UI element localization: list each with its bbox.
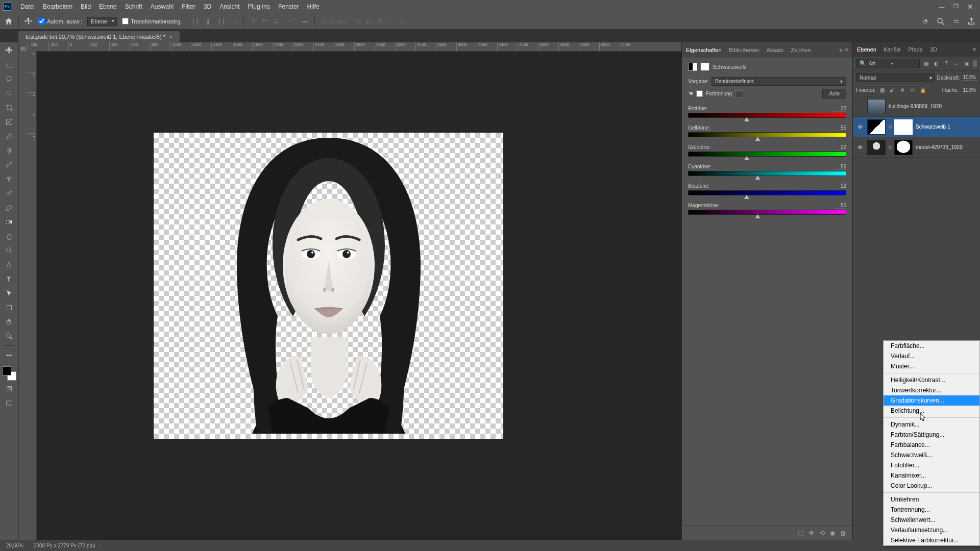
tint-swatch[interactable] xyxy=(735,90,743,97)
slider-value[interactable]: 55 xyxy=(834,203,846,209)
cloud-docs-icon[interactable]: ◔ xyxy=(921,17,930,26)
slider-track[interactable] xyxy=(688,190,846,195)
ctx-item[interactable]: Belichtung... xyxy=(884,406,979,416)
lock-pixels-icon[interactable]: 🖌 xyxy=(889,87,896,94)
layer-row[interactable]: 👁 ⎘ Schwarzweiß 1 xyxy=(853,117,980,137)
ctx-item[interactable]: Tonwertkorrektur... xyxy=(884,385,979,395)
slider-thumb[interactable] xyxy=(744,156,749,160)
layer-filter-dropdown[interactable]: 🔍 ▾ xyxy=(856,59,920,68)
slider-value[interactable]: 56 xyxy=(834,164,846,170)
distribute-h-icon[interactable]: ⋮⋮ xyxy=(229,17,238,26)
filter-pixel-icon[interactable]: ▦ xyxy=(922,60,930,68)
tab-libraries[interactable]: Bibliotheken xyxy=(729,44,760,56)
lock-transparency-icon[interactable]: ▦ xyxy=(878,87,886,94)
transform-controls-checkbox[interactable]: Transformationsstrg. xyxy=(122,18,182,24)
menu-schrift[interactable]: Schrift xyxy=(121,1,146,12)
align-middle-icon[interactable]: ⊢ xyxy=(260,17,270,26)
reset-icon[interactable]: ⟲ xyxy=(820,530,825,537)
clone-stamp-tool[interactable] xyxy=(2,173,16,185)
slider-track[interactable] xyxy=(688,113,846,118)
ctx-item[interactable]: Farbton/Sättigung... xyxy=(884,430,979,440)
menu-ebene[interactable]: Ebene xyxy=(95,1,121,12)
quick-mask-icon[interactable] xyxy=(2,383,16,395)
layer-mask[interactable] xyxy=(894,140,913,155)
hand-tool[interactable] xyxy=(2,316,16,328)
layer-name[interactable]: Schwarzweiß 1 xyxy=(916,124,950,130)
quick-select-tool[interactable] xyxy=(2,87,16,99)
adjustment-layer-menu[interactable]: Farbfläche...Verlauf...Muster...Helligke… xyxy=(883,340,980,546)
eyedropper-tool[interactable] xyxy=(2,130,16,142)
doc-info-chevron[interactable]: 〉 xyxy=(100,543,104,548)
menu-hilfe[interactable]: Hilfe xyxy=(303,1,324,12)
screen-mode-icon[interactable] xyxy=(2,397,16,409)
slider-track[interactable] xyxy=(688,152,846,157)
history-brush-tool[interactable] xyxy=(2,187,16,199)
slider-thumb[interactable] xyxy=(755,214,761,218)
tint-checkbox[interactable] xyxy=(696,90,703,97)
ctx-item[interactable]: Farbfläche... xyxy=(884,341,979,351)
window-minimize[interactable]: — xyxy=(935,2,948,12)
layer-row[interactable]: buildings-936589_1920 xyxy=(853,96,980,117)
tab-paragraph[interactable]: Absatz xyxy=(767,44,784,56)
eraser-tool[interactable] xyxy=(2,202,16,214)
align-left-icon[interactable]: ▏▏ xyxy=(192,17,202,26)
document-canvas[interactable] xyxy=(154,133,503,439)
distribute-v-icon[interactable]: ⋯ xyxy=(286,17,295,26)
slider-value[interactable]: 22 xyxy=(834,106,846,112)
lock-position-icon[interactable]: ✥ xyxy=(899,87,906,94)
visibility-toggle[interactable]: 👁 xyxy=(856,144,864,151)
share-icon[interactable] xyxy=(967,17,976,26)
slider-track[interactable] xyxy=(688,171,846,176)
move-tool[interactable] xyxy=(2,44,16,57)
align-top-icon[interactable]: ⊤ xyxy=(249,17,258,26)
foreground-color[interactable] xyxy=(2,366,11,375)
ctx-item[interactable]: Selektive Farbkorrektur... xyxy=(884,535,979,545)
layer-filter-input[interactable] xyxy=(869,61,889,66)
tab-layers[interactable]: Ebenen xyxy=(857,46,876,53)
menu-bearbeiten[interactable]: Bearbeiten xyxy=(39,1,77,12)
filter-toggle[interactable] xyxy=(973,60,977,67)
visibility-toggle[interactable]: 👁 xyxy=(856,124,864,130)
tab-properties[interactable]: Eigenschaften xyxy=(686,44,722,56)
ctx-item[interactable]: Tontrennung... xyxy=(884,505,979,515)
filter-shape-icon[interactable]: ▱ xyxy=(952,60,961,68)
search-icon[interactable] xyxy=(936,17,945,26)
slider-value[interactable]: 22 xyxy=(834,183,846,189)
align-right-icon[interactable]: ▕▕ xyxy=(215,17,224,26)
slider-value[interactable]: 55 xyxy=(834,125,846,131)
lock-artboard-icon[interactable]: ▭ xyxy=(909,87,916,94)
fill-value[interactable]: 100% xyxy=(962,87,977,93)
slider-thumb[interactable] xyxy=(744,117,749,121)
ctx-item[interactable]: Schwarzweiß... xyxy=(884,450,979,460)
menu-auswahl[interactable]: Auswahl xyxy=(146,1,178,12)
menu-datei[interactable]: Datei xyxy=(16,1,39,12)
menu-filter[interactable]: Filter xyxy=(178,1,200,12)
window-restore[interactable]: ❐ xyxy=(949,2,963,12)
zoom-tool[interactable] xyxy=(2,330,16,342)
dodge-tool[interactable] xyxy=(2,244,16,257)
marquee-tool[interactable] xyxy=(2,59,16,71)
collapse-panel-icon[interactable]: « xyxy=(839,46,843,54)
auto-button[interactable]: Auto xyxy=(822,89,846,98)
menu-3d[interactable]: 3D xyxy=(200,1,215,12)
opacity-value[interactable]: 100% xyxy=(962,74,977,81)
ctx-item[interactable]: Kanalmixer... xyxy=(884,470,979,481)
healing-tool[interactable] xyxy=(2,144,16,157)
close-tab-icon[interactable]: × xyxy=(169,34,173,40)
ctx-item[interactable]: Color Lookup... xyxy=(884,481,979,491)
home-icon[interactable] xyxy=(4,17,13,26)
menu-bild[interactable]: Bild xyxy=(77,1,95,12)
shape-tool[interactable] xyxy=(2,302,16,314)
pen-tool[interactable] xyxy=(2,259,16,271)
layer-thumb[interactable] xyxy=(867,119,886,135)
mask-thumb-icon[interactable] xyxy=(700,63,709,71)
view-previous-icon[interactable]: 👁 xyxy=(808,530,815,537)
brush-tool[interactable] xyxy=(2,159,16,171)
menu-plug-ins[interactable]: Plug-ins xyxy=(244,1,274,12)
tab-channels[interactable]: Kanäle xyxy=(884,46,901,53)
layer-name[interactable]: buildings-936589_1920 xyxy=(889,104,942,109)
tab-character[interactable]: Zeichen xyxy=(791,44,811,56)
canvas-area[interactable]: -400-20002004006008001000120014001600180… xyxy=(28,42,681,540)
ctx-item[interactable]: Verlaufsumsetzung... xyxy=(884,525,979,535)
align-center-h-icon[interactable]: ‖ xyxy=(204,17,213,26)
